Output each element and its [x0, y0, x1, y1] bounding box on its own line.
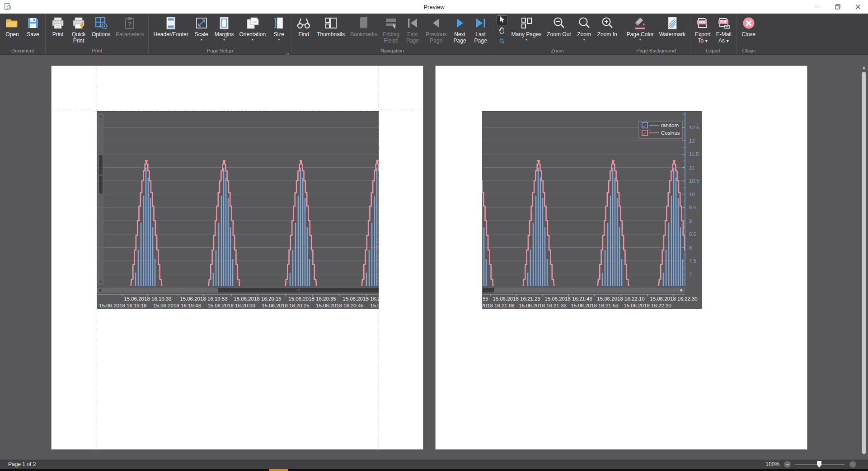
preview-vertical-scrollbar[interactable]: ▲ ▼: [861, 59, 867, 456]
margins-button[interactable]: Margins▾: [212, 14, 237, 46]
zoom-slider-thumb[interactable]: [817, 461, 821, 468]
header-footer-button[interactable]: Header/Footer: [150, 14, 191, 46]
next-page-button[interactable]: Next Page: [450, 14, 470, 46]
zoom-slider[interactable]: [795, 461, 845, 468]
button-label: Many Pages: [511, 31, 542, 38]
ribbon-group-navigation: FindThumbnailsBookmarksEditing FieldsFir…: [291, 14, 493, 54]
bookmarks-icon: [357, 16, 371, 30]
next-page-icon: [453, 16, 467, 30]
chart-svg: 15.06.2018 16:20:5515.06.2018 16:21:2315…: [482, 112, 702, 309]
x-axis-label-row1: 15.06.2018 16:19:53: [180, 296, 228, 301]
pointer-tool-button[interactable]: [497, 15, 507, 25]
ribbon-group-caption: Export: [690, 48, 736, 53]
zoom-out-icon[interactable]: −: [784, 461, 791, 468]
x-axis-label-row2: 15.06.2018 16:21:53: [571, 303, 619, 308]
save-button[interactable]: Save: [23, 14, 43, 46]
legend-label-Cosinus[interactable]: Cosinus: [661, 130, 680, 136]
many-pages-icon: [519, 16, 534, 30]
open-folder-icon: [5, 16, 19, 30]
button-label: Bookmarks: [350, 31, 377, 38]
scroll-down-icon[interactable]: ▼: [862, 452, 866, 456]
x-axis-label-row1: 15.06.2018 16:20:15: [234, 296, 282, 301]
ribbon-group-caption: Navigation: [291, 48, 493, 53]
size-button[interactable]: Size▾: [268, 14, 289, 46]
ribbon-group-caption: Zoom: [493, 48, 622, 53]
open-button[interactable]: Open: [2, 14, 23, 46]
svg-text:?: ?: [128, 20, 132, 28]
quick-print-button[interactable]: Quick Print: [68, 14, 89, 46]
button-label: Print: [52, 31, 64, 38]
page-indicator: Page 1 of 2: [8, 461, 36, 467]
zoom-out-icon: [552, 16, 566, 30]
button-label: Page Color: [627, 31, 654, 38]
x-axis-label-row1: 15.06.2018 16:21:23: [493, 296, 540, 301]
print-button[interactable]: Print: [47, 14, 68, 46]
button-label: Scale: [195, 31, 208, 38]
close-circle-icon: [741, 16, 756, 30]
zoom-in-button[interactable]: Zoom In: [595, 14, 620, 46]
zoom-in-icon[interactable]: +: [849, 461, 856, 468]
x-axis-label-row1: 15.06.2018 16:21:43: [544, 296, 592, 301]
ribbon-group-page-background: Page Color▾WatermarkPage Background: [622, 14, 690, 54]
mini-magnifier-icon: [499, 38, 505, 46]
page-2: 15.06.2018 16:20:5515.06.2018 16:21:2315…: [435, 66, 807, 450]
zoom-out-button[interactable]: Zoom Out: [544, 14, 573, 46]
orientation-button[interactable]: Orientation▾: [236, 14, 268, 46]
scale-button[interactable]: Scale▾: [191, 14, 212, 46]
status-bar: Page 1 of 2 100% − +: [0, 459, 868, 469]
y-axis-tick-label: 12.5: [689, 125, 699, 130]
x-axis-label-row2: 15.06.2018 16:20:45: [316, 303, 364, 308]
hand-tool-button[interactable]: [497, 26, 507, 36]
zoom-button[interactable]: Zoom▾: [574, 14, 595, 46]
x-axis-label-row2: 15.06.2018 16:21:08: [370, 303, 379, 308]
last-page-button[interactable]: Last Page: [470, 14, 491, 46]
x-axis-label-row1: 15.06.2018 16:22:10: [597, 296, 645, 301]
find-button[interactable]: Find: [293, 14, 314, 46]
checkmark-icon: ✓: [643, 131, 647, 136]
export-to-button[interactable]: PDFExport To ▾: [692, 14, 713, 46]
close-window-button[interactable]: [848, 0, 868, 14]
mini-magnifier-tool-button[interactable]: [497, 37, 507, 47]
scrollbar-thumb[interactable]: [862, 72, 866, 454]
ribbon-group-caption: Document: [0, 48, 45, 53]
close-button[interactable]: Close: [738, 14, 759, 46]
e-mail-as-button[interactable]: PDFE-Mail As ▾: [713, 14, 734, 46]
chart-legend: ✓random✓Cosinus: [639, 121, 682, 138]
zoom-percentage: 100%: [765, 461, 779, 467]
watermark-button[interactable]: Watermark: [657, 14, 688, 46]
margin-guide-right: [379, 66, 379, 449]
dialog-launcher-icon[interactable]: [286, 49, 290, 53]
y-axis-tick-label: 12: [689, 138, 695, 144]
export-pdf-icon: PDF: [695, 16, 710, 30]
bookmarks-button: Bookmarks: [347, 14, 380, 46]
legend-label-random[interactable]: random: [661, 122, 679, 128]
preview-window: Preview OpenSaveDocumentPrintQuick Print…: [0, 0, 868, 471]
button-label: Header/Footer: [153, 31, 188, 38]
thumbnails-button[interactable]: Thumbnails: [314, 14, 347, 46]
button-label: Parameters: [116, 31, 144, 38]
button-label: Size: [273, 31, 284, 38]
minimize-button[interactable]: [807, 0, 827, 14]
print-icon: [51, 16, 65, 30]
x-axis-label-row1: 15.06.2018 16:20:55: [482, 296, 488, 301]
restore-button[interactable]: [827, 0, 848, 14]
parameters-button: ?Parameters: [113, 14, 146, 46]
page-color-button[interactable]: Page Color▾: [624, 14, 657, 46]
x-axis-label-row1: 15.06.2018 16:20:35: [288, 296, 336, 301]
button-label: Zoom: [577, 31, 591, 38]
x-axis-label-row2: 15.06.2018 16:19:43: [153, 303, 201, 308]
ribbon-group-caption: Page Background: [622, 48, 690, 53]
y-axis-tick-label: 11: [689, 165, 694, 170]
scroll-up-icon[interactable]: ▲: [862, 66, 866, 70]
x-axis-label-row2: 15.06.2018 16:21:08: [482, 303, 515, 308]
ribbon-group-zoom: Many Pages▾Zoom OutZoom▾Zoom InZoom: [493, 14, 622, 54]
many-pages-button[interactable]: Many Pages▾: [509, 14, 544, 46]
options-button[interactable]: Options: [89, 14, 113, 46]
x-axis-label-row2: 15.06.2018 16:20:03: [207, 303, 255, 308]
dropdown-arrow-icon: ▾: [583, 38, 585, 41]
find-icon: [296, 16, 311, 30]
options-icon: [94, 16, 108, 30]
button-label: Previous Page: [426, 31, 447, 44]
ribbon-group-caption: Close: [737, 48, 761, 53]
ribbon-group-export: PDFExport To ▾PDFE-Mail As ▾Export: [690, 14, 737, 54]
